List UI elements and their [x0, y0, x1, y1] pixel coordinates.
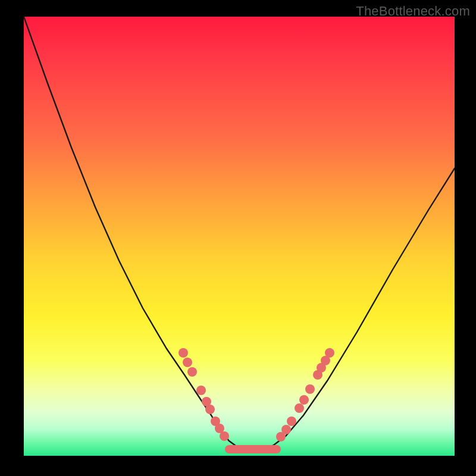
data-dot — [299, 395, 309, 405]
v-curve-path — [24, 17, 455, 450]
data-dot — [220, 431, 229, 441]
data-dot — [178, 348, 188, 358]
data-dot — [295, 403, 304, 413]
chart-frame: TheBottleneck.com — [0, 0, 476, 476]
data-dot — [287, 416, 296, 426]
data-dot — [305, 384, 315, 394]
data-dot — [205, 405, 215, 414]
data-dot — [325, 348, 334, 358]
data-dot — [183, 358, 192, 367]
plot-area — [24, 17, 455, 456]
data-dot — [196, 386, 206, 395]
data-dot — [187, 367, 197, 377]
curve-svg — [24, 17, 455, 456]
data-dot — [281, 425, 291, 434]
data-dots-group — [178, 348, 334, 441]
